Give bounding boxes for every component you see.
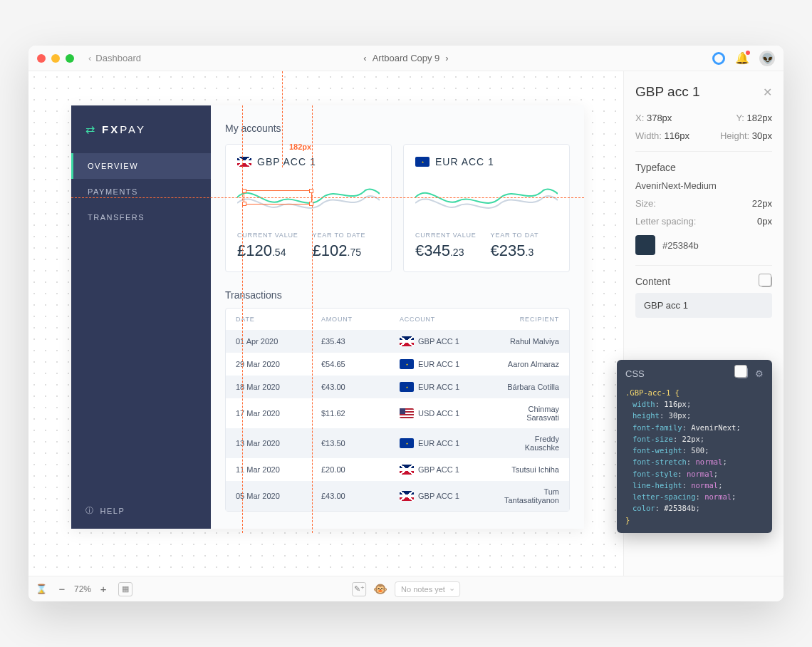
zoom-control: − 72% + [56,583,110,596]
flag-icon [415,157,430,167]
close-window-button[interactable] [37,54,46,63]
cell-date: 29 Mar 2020 [236,360,321,368]
flag-icon [400,408,414,418]
sync-status-icon[interactable] [712,52,725,65]
color-swatch[interactable] [635,235,655,255]
table-row[interactable]: 29 Mar 2020 €54.65 EUR ACC 1 Aaron Almar… [226,353,569,376]
table-row[interactable]: 17 Mar 2020 $11.62 USD ACC 1 Chinmay Sar… [226,398,569,428]
css-settings-icon[interactable]: ⚙ [755,367,764,381]
titlebar-actions: 🔔 👽 [712,51,775,66]
current-value-label: CURRENT VALUE [415,232,477,239]
col-recipient: RECIPIENT [499,316,559,323]
body: ⇄ FXPAY OVERVIEWPAYMENTSTRANSFERS ⓘ HELP… [28,71,784,576]
cell-amount: £35.43 [321,337,400,346]
canvas[interactable]: ⇄ FXPAY OVERVIEWPAYMENTSTRANSFERS ⓘ HELP… [28,71,623,576]
cell-recipient: Aaron Almaraz [499,360,559,368]
next-artboard-button[interactable]: › [445,53,448,63]
maximize-window-button[interactable] [66,54,74,63]
cell-recipient: Bárbara Cotilla [499,383,559,391]
table-row[interactable]: 18 Mar 2020 €43.00 EUR ACC 1 Bárbara Cot… [226,376,569,398]
width-value: 116px [664,130,689,141]
cell-date: 13 Mar 2020 [236,439,321,447]
cell-account: EUR ACC 1 [400,382,499,392]
flag-icon [237,157,251,167]
flag-icon [400,438,414,448]
account-name: EUR ACC 1 [435,156,494,167]
prev-artboard-button[interactable]: ‹ [363,53,366,63]
add-note-button[interactable]: ✎⁺ [352,582,366,596]
cell-recipient: Chinmay Sarasvati [499,405,559,422]
cell-account: EUR ACC 1 [400,359,499,369]
table-row[interactable]: 11 Mar 2020 £20.00 GBP ACC 1 Tsutsui Ich… [226,458,569,481]
hourglass-icon[interactable]: ⌛ [36,584,47,594]
cell-amount: €13.50 [321,439,400,447]
size-label: Size: [635,198,656,209]
flag-icon [400,382,414,392]
letterspacing-value: 0px [757,216,772,227]
ytd-label: YEAR TO DATE [313,232,366,239]
account-name: GBP ACC 1 [257,156,316,167]
traffic-lights [37,54,74,63]
cell-recipient: Freddy Kauschke [499,435,559,452]
minimize-window-button[interactable] [51,54,60,63]
cell-recipient: Tsutsui Ichiha [499,465,559,474]
user-avatar[interactable]: 👽 [759,51,775,66]
table-row[interactable]: 01 Apr 2020 £35.43 GBP ACC 1 Rahul Malvi… [226,330,569,353]
close-inspector-button[interactable]: ✕ [763,86,772,99]
size-value: 22px [752,198,772,209]
account-card[interactable]: EUR ACC 1 CURRENT VALUE€345.23 YEAR TO D… [403,144,570,272]
monkey-icon[interactable]: 🐵 [373,582,387,596]
flag-icon [400,359,414,369]
notifications-icon[interactable]: 🔔 [735,51,749,65]
grid-toggle-button[interactable]: ▦ [118,582,132,596]
zoom-out-button[interactable]: − [56,583,68,596]
measure-label: 182px [289,143,311,151]
artboard-title: Artboard Copy 9 [373,53,440,63]
breadcrumb[interactable]: ‹ Dashboard [88,53,141,63]
cell-date: 05 Mar 2020 [236,492,321,500]
sidebar-item-payments[interactable]: PAYMENTS [71,179,211,205]
current-value-label: CURRENT VALUE [237,232,298,239]
width-label: Width: [635,130,662,141]
cell-amount: €43.00 [321,383,400,391]
cell-account: EUR ACC 1 [400,438,499,448]
copy-css-button[interactable] [736,367,748,378]
cell-account: GBP ACC 1 [400,491,499,501]
color-hex: #25384b [662,240,699,251]
letterspacing-label: Letter spacing: [635,216,696,227]
ytd-label: YEAR TO DAT [491,232,539,239]
fxpay-main: My accounts GBP ACC 1 CURRENT VALUE£120.… [211,105,584,529]
fxpay-logo: ⇄ FXPAY [71,105,211,153]
css-panel-title: CSS [625,367,645,381]
titlebar: ‹ Dashboard ‹ Artboard Copy 9 › 🔔 👽 [28,46,784,71]
cell-amount: €54.65 [321,360,400,368]
notes-dropdown[interactable]: No notes yet [395,581,460,597]
sidebar-item-transfers[interactable]: TRANSFERS [71,205,211,230]
help-link[interactable]: ⓘ HELP [71,492,211,529]
app-window: ‹ Dashboard ‹ Artboard Copy 9 › 🔔 👽 ⇄ FX… [28,46,784,601]
flag-icon [400,491,414,501]
y-value: 182px [747,113,772,123]
table-row[interactable]: 05 Mar 2020 £43.00 GBP ACC 1 Tum Tantasa… [226,481,569,511]
zoom-in-button[interactable]: + [97,583,110,596]
cell-date: 17 Mar 2020 [236,409,321,418]
css-panel[interactable]: CSS ⚙ .GBP-acc-1 { width: 116px;height: … [617,360,772,533]
copy-content-button[interactable] [761,276,772,287]
swap-arrows-icon: ⇄ [85,123,95,136]
height-label: Height: [720,130,749,141]
cell-account: USD ACC 1 [400,408,499,418]
cell-recipient: Rahul Malviya [499,337,559,346]
height-value: 30px [752,130,772,141]
logo-text: FXPAY [102,123,146,135]
cell-recipient: Tum Tantasatityanon [499,487,559,504]
sidebar-item-overview[interactable]: OVERVIEW [71,153,211,179]
transactions-header: Transactions [225,289,570,301]
css-code: .GBP-acc-1 { width: 116px;height: 30px;f… [625,387,764,526]
account-card[interactable]: GBP ACC 1 CURRENT VALUE£120.54 YEAR TO D… [225,144,392,272]
col-account: ACCOUNT [400,316,499,323]
table-row[interactable]: 13 Mar 2020 €13.50 EUR ACC 1 Freddy Kaus… [226,428,569,458]
footer-bar: ⌛ − 72% + ▦ ✎⁺ 🐵 No notes yet [28,576,784,601]
cell-date: 18 Mar 2020 [236,383,321,391]
font-name: AvenirNext-Medium [635,180,772,191]
cell-account: GBP ACC 1 [400,336,499,346]
